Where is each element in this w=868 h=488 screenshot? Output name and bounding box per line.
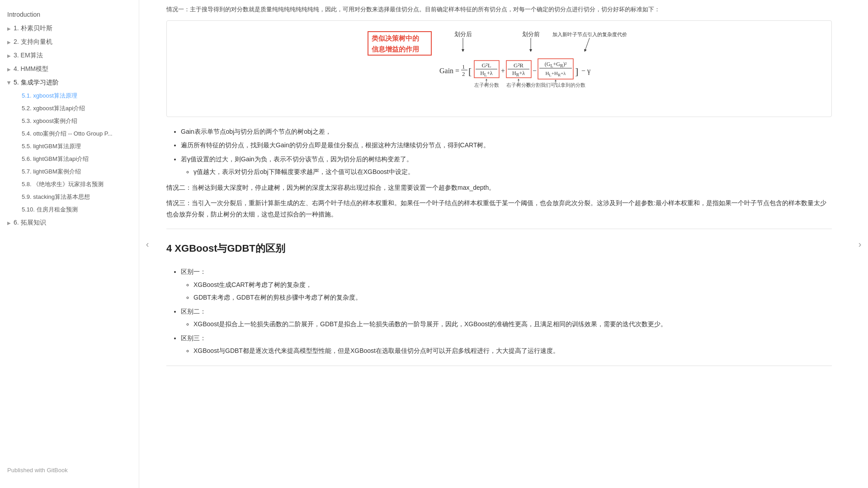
diff-sub-1-1: XGBoost生成CART树考虑了树的复杂度， — [193, 279, 832, 291]
sidebar-item-2[interactable]: ▶ 2. 支持向量机 — [0, 35, 139, 49]
chevron-icon-6: ▶ — [7, 221, 11, 225]
sub-bullet-list: γ值越大，表示对切分后obj下降幅度要求越严，这个值可以在XGBoost中设定。 — [181, 166, 832, 178]
diff-item-3: 区别三： XGBoost与GDBT都是逐次迭代来提高模型型性能，但是XGBoos… — [181, 333, 832, 357]
sidebar-sub-item-5-1[interactable]: 5.1. xgboost算法原理 — [14, 89, 139, 102]
diff-list: 区别一： XGBoost生成CART树考虑了树的复杂度， GDBT未考虑，GDB… — [166, 266, 832, 357]
main-bullet-list: Gain表示单节点obj与切分后的两个节点的树obj之差， 遍历所有特征的切分点… — [166, 126, 832, 178]
svg-text:HL+λ: HL+λ — [480, 70, 493, 77]
svg-text:类似决策树中的: 类似决策树中的 — [371, 34, 419, 42]
svg-text:−: − — [533, 67, 537, 75]
sidebar-item-6[interactable]: ▶ 6. 拓展知识 — [0, 216, 139, 230]
chevron-icon-4: ▶ — [7, 67, 11, 72]
diff-sub-2: XGBoost是拟合上一轮损失函数的二阶展开，GDBT是拟合上一轮损失函数的一阶… — [181, 319, 832, 330]
svg-text:G²R: G²R — [514, 62, 524, 69]
svg-text:G²L: G²L — [481, 62, 491, 69]
svg-text:(GL+GR)²: (GL+GR)² — [545, 61, 567, 68]
svg-text:Gain =: Gain = — [439, 67, 459, 75]
chevron-icon-3: ▶ — [7, 53, 11, 58]
sidebar-item-4[interactable]: ▶ 4. HMM模型 — [0, 62, 139, 76]
svg-text:[: [ — [468, 66, 472, 77]
sidebar-sub-item-5-4[interactable]: 5.4. otto案例介绍 -- Otto Group P... — [14, 127, 139, 140]
svg-text:划分前: 划分前 — [522, 31, 540, 38]
svg-text:2: 2 — [462, 70, 465, 77]
diff-sub-2-1: XGBoost是拟合上一轮损失函数的二阶展开，GDBT是拟合上一轮损失函数的一阶… — [193, 319, 832, 330]
svg-text:信息增益的作用: 信息增益的作用 — [371, 45, 419, 53]
nav-arrow-left[interactable]: ‹ — [139, 236, 156, 252]
sidebar-sub-item-5-6[interactable]: 5.6. lightGBM算法api介绍 — [14, 153, 139, 165]
chevron-icon-1: ▶ — [7, 26, 11, 31]
bullet-item-1: Gain表示单节点obj与切分后的两个节点的树obj之差， — [181, 126, 832, 137]
svg-text:HL+HR+λ: HL+HR+λ — [545, 70, 566, 77]
section4-title: 4 XGBoost与GDBT的区别 — [166, 242, 832, 259]
sub-bullet-gamma: γ值越大，表示对切分后obj下降幅度要求越严，这个值可以在XGBoost中设定。 — [193, 166, 832, 178]
sidebar-sub-item-5-8[interactable]: 5.8. 《绝地求生》玩家排名预测 — [14, 178, 139, 191]
sidebar-sub-item-5-7[interactable]: 5.7. lightGBM案例介绍 — [14, 165, 139, 178]
bullet-item-3: 若γ值设置的过大，则Gain为负，表示不切分该节点，因为切分后的树结构变差了。 … — [181, 154, 832, 178]
main-content: 情况一：主于搜导得到的对分数就是质量纯纯纯纯纯纯纯纯，因此，可用对分数来选择最佳… — [139, 0, 868, 488]
chevron-icon-2: ▶ — [7, 40, 11, 45]
diff-sub-1-2: GDBT未考虑，GDBT在树的剪枝步骤中考虑了树的复杂度。 — [193, 292, 832, 303]
nav-arrow-right[interactable]: › — [852, 236, 868, 252]
para-case2: 情况二：当树达到最大深度时，停止建树，因为树的深度太深容易出现过拟合，这里需要设… — [166, 182, 832, 193]
svg-text:加入新叶子节点引入的复杂度代价: 加入新叶子节点引入的复杂度代价 — [552, 32, 627, 37]
svg-text:]: ] — [575, 66, 578, 77]
diff-item-1: 区别一： XGBoost生成CART树考虑了树的复杂度， GDBT未考虑，GDB… — [181, 266, 832, 303]
bottom-divider — [166, 366, 832, 366]
svg-text:− γ: − γ — [581, 67, 590, 75]
svg-text:HR+λ: HR+λ — [512, 70, 525, 77]
sidebar-sub-item-5-2[interactable]: 5.2. xgboost算法api介绍 — [14, 102, 139, 115]
sidebar-footer: Published with GitBook — [0, 460, 139, 481]
sidebar-item-5[interactable]: ▶ 5. 集成学习进阶 — [0, 76, 139, 89]
sidebar-item-3[interactable]: ▶ 3. EM算法 — [0, 49, 139, 62]
sidebar-sub-5: 5.1. xgboost算法原理 5.2. xgboost算法api介绍 5.3… — [0, 89, 139, 216]
para-case3: 情况三：当引入一次分裂后，重新计算新生成的左、右两个叶子结点的样本权重和。如果任… — [166, 197, 832, 220]
diff-sub-1: XGBoost生成CART树考虑了树的复杂度， GDBT未考虑，GDBT在树的剪… — [181, 279, 832, 303]
svg-text:+: + — [501, 67, 505, 75]
diff-sub-3-1: XGBoost与GDBT都是逐次迭代来提高模型型性能，但是XGBoost在选取最… — [193, 345, 832, 357]
sidebar-sub-item-5-5[interactable]: 5.5. lightGBM算法原理 — [14, 140, 139, 153]
svg-text:1: 1 — [462, 63, 465, 70]
diff-item-2: 区别二： XGBoost是拟合上一轮损失函数的二阶展开，GDBT是拟合上一轮损失… — [181, 306, 832, 330]
chevron-icon-5: ▶ — [7, 81, 12, 84]
sidebar-item-1[interactable]: ▶ 1. 朴素贝叶斯 — [0, 22, 139, 35]
formula-diagram-svg: 类似决策树中的 信息增益的作用 划分后 划分前 加入新叶子节点引入的复杂度代价 … — [363, 28, 635, 109]
sidebar-sub-item-5-10[interactable]: 5.10. 住房月租金预测 — [14, 203, 139, 216]
diff-sub-3: XGBoost与GDBT都是逐次迭代来提高模型型性能，但是XGBoost在选取最… — [181, 345, 832, 357]
formula-diagram-box: 类似决策树中的 信息增益的作用 划分后 划分前 加入新叶子节点引入的复杂度代价 … — [166, 20, 832, 117]
bullet-item-2: 遍历所有特征的切分点，找到最大Gain的切分点即是最佳分裂点，根据这种方法继续切… — [181, 140, 832, 151]
sidebar: Introduction ▶ 1. 朴素贝叶斯 ▶ 2. 支持向量机 ▶ 3. … — [0, 0, 139, 488]
svg-text:划分后: 划分后 — [454, 31, 472, 38]
sidebar-sub-item-5-9[interactable]: 5.9. stacking算法基本思想 — [14, 191, 139, 203]
section-divider — [166, 229, 832, 229]
svg-line-8 — [585, 38, 590, 51]
top-paragraph: 情况一：主于搜导得到的对分数就是质量纯纯纯纯纯纯纯纯，因此，可用对分数来选择最佳… — [166, 5, 832, 15]
sidebar-introduction[interactable]: Introduction — [0, 7, 139, 22]
sidebar-sub-item-5-3[interactable]: 5.3. xgboost案例介绍 — [14, 115, 139, 127]
